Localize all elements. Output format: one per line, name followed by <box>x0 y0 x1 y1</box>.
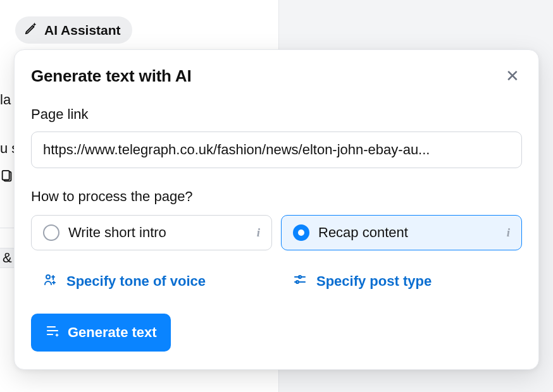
radio-unchecked-icon <box>43 224 59 241</box>
generate-text-button[interactable]: Generate text <box>31 314 171 352</box>
svg-point-2 <box>46 275 50 279</box>
sparkle-pencil-icon <box>24 21 38 39</box>
bg-text: & <box>0 248 15 268</box>
specify-post-type-link[interactable]: Specify post type <box>281 268 522 295</box>
option-label: Write short intro <box>68 224 248 241</box>
option-write-short-intro[interactable]: Write short intro i <box>31 215 272 250</box>
generate-icon <box>45 323 60 342</box>
ai-assistant-chip-label: AI Assistant <box>44 23 121 38</box>
info-icon[interactable]: i <box>507 226 510 240</box>
close-button[interactable]: ✕ <box>503 66 522 85</box>
specify-tone-link[interactable]: Specify tone of voice <box>31 268 272 295</box>
generate-button-label: Generate text <box>68 324 157 341</box>
page-link-label: Page link <box>31 106 522 123</box>
page-link-input[interactable] <box>31 132 522 168</box>
generate-text-modal: Generate text with AI ✕ Page link How to… <box>14 49 539 370</box>
info-icon[interactable]: i <box>257 226 260 240</box>
process-label: How to process the page? <box>31 188 522 205</box>
ai-assistant-chip[interactable]: AI Assistant <box>15 16 132 44</box>
bg-text: la <box>0 92 11 108</box>
link-label: Specify post type <box>316 273 432 290</box>
modal-title: Generate text with AI <box>31 66 191 86</box>
option-recap-content[interactable]: Recap content i <box>281 215 522 250</box>
option-label: Recap content <box>318 224 498 241</box>
radio-checked-icon <box>293 224 309 241</box>
close-icon: ✕ <box>506 66 519 85</box>
tone-icon <box>42 272 58 291</box>
sliders-icon <box>292 272 308 291</box>
svg-rect-1 <box>3 171 9 180</box>
clipboard-icon <box>0 169 14 187</box>
link-label: Specify tone of voice <box>66 273 206 290</box>
